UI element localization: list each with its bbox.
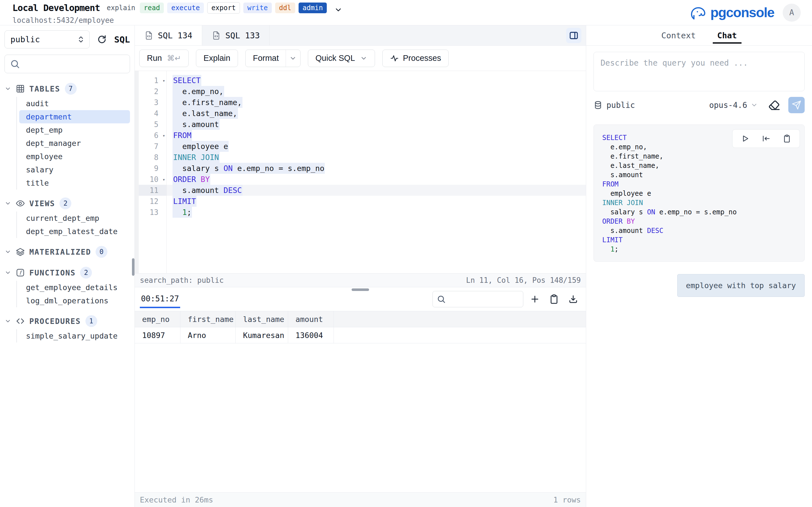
column-header-first_name[interactable]: first_name	[181, 311, 236, 327]
sidebar-item-dept_manager[interactable]: dept_manager	[19, 136, 130, 150]
schema-select[interactable]: public	[4, 31, 90, 48]
section-header-views[interactable]: VIEWS2	[4, 196, 130, 210]
line-content: salary s ON e.emp_no = s.emp_no	[166, 164, 586, 173]
assistant-sql-line-13: 1;	[602, 245, 796, 254]
clear-chat-button[interactable]	[767, 98, 781, 112]
line-content: INNER JOIN	[166, 153, 586, 162]
section-header-procedures[interactable]: PROCEDURES1	[4, 314, 130, 328]
insert-into-editor-icon[interactable]	[762, 134, 770, 143]
chevron-down-icon[interactable]	[334, 6, 343, 14]
avatar[interactable]: A	[783, 4, 801, 22]
sidebar-item-simple_salary_update[interactable]: simple_salary_update	[19, 329, 130, 342]
column-header-last_name[interactable]: last_name	[236, 311, 288, 327]
results-search-input[interactable]	[449, 295, 519, 303]
model-select[interactable]: opus-4.6	[709, 101, 758, 110]
sidebar-item-department[interactable]: department	[19, 110, 130, 123]
column-header-amount[interactable]: amount	[288, 311, 334, 327]
sidebar-item-audit[interactable]: audit	[19, 97, 130, 110]
chat-prompt-input[interactable]	[594, 52, 805, 91]
fold-arrow-icon[interactable]: ▾	[162, 78, 165, 83]
sidebar-search-input[interactable]	[24, 60, 124, 68]
table-row[interactable]: 10897ArnoKumaresan136004	[135, 327, 586, 343]
sidebar-item-get_employee_details[interactable]: get_employee_details	[19, 281, 130, 294]
copy-sql-icon[interactable]	[783, 134, 791, 143]
download-results-button[interactable]	[566, 291, 581, 307]
assistant-sql-line-12: LIMIT	[602, 235, 796, 245]
section-header-functions[interactable]: fFUNCTIONS2	[4, 266, 130, 280]
add-tab-button[interactable]	[527, 291, 543, 307]
line-content: SELECT	[166, 76, 586, 85]
sidebar-item-dept_emp[interactable]: dept_emp	[19, 123, 130, 136]
processes-label: Processes	[403, 54, 441, 63]
chevron-down-icon	[751, 101, 758, 109]
sidebar-item-salary[interactable]: salary	[19, 163, 130, 176]
execution-time: Executed in 26ms	[140, 496, 213, 504]
search-icon	[437, 295, 446, 304]
refresh-icon[interactable]	[97, 34, 107, 45]
format-button[interactable]: Format	[245, 50, 301, 67]
results-table: emp_nofirst_namelast_nameamount10897Arno…	[135, 311, 586, 343]
format-dropdown[interactable]	[286, 50, 300, 67]
sidebar-item-title[interactable]: title	[19, 176, 130, 189]
column-header-emp_no[interactable]: emp_no	[135, 311, 181, 327]
section-items-views: current_dept_empdept_emp_latest_date	[16, 212, 130, 238]
sql-editor[interactable]: 1▾SELECT2 e.emp_no,3 e.first_name,4 e.la…	[135, 71, 586, 273]
plus-icon	[530, 294, 540, 304]
results-drag-handle[interactable]	[352, 288, 369, 291]
editor-line-10: 10▾ORDER BY	[135, 174, 586, 185]
results-header: 00:51:27	[135, 287, 586, 311]
run-button[interactable]: Run ⌘↵	[139, 50, 189, 67]
sidebar-item-employee[interactable]: employee	[19, 150, 130, 163]
run-sql-icon[interactable]	[741, 134, 749, 143]
line-content: employee e	[166, 142, 586, 151]
tab-sql-133[interactable]: SQL 133	[202, 25, 269, 45]
results-search[interactable]	[433, 291, 523, 307]
table-cell: 136004	[288, 327, 334, 343]
sidebar-item-log_dml_operations[interactable]: log_dml_operations	[19, 294, 130, 307]
section-header-materialized[interactable]: MATERIALIZED0	[4, 245, 130, 259]
chat-schema-chip[interactable]: public	[594, 101, 635, 110]
tab-sql-134[interactable]: SQL 134	[135, 25, 202, 45]
editor-line-12: 12LIMIT	[135, 196, 586, 207]
assistant-sql-message: SELECT e.emp_no, e.first_name, e.last_na…	[594, 124, 805, 262]
processes-button[interactable]: Processes	[382, 50, 449, 67]
section-count-badge: 2	[80, 267, 92, 279]
send-button[interactable]	[788, 97, 805, 113]
line-number: 9	[135, 163, 166, 174]
send-plane-icon	[792, 100, 801, 110]
result-tab-timer[interactable]: 00:51:27	[140, 290, 180, 308]
run-label: Run	[147, 54, 162, 63]
tab-context[interactable]: Context	[661, 25, 696, 45]
line-number: 12	[135, 196, 166, 207]
pgconsole-logo: pgconsole	[690, 4, 774, 21]
copy-results-button[interactable]	[546, 291, 562, 307]
sql-mode-button[interactable]: SQL	[114, 34, 130, 45]
schema-sections: TABLES7auditdepartmentdept_empdept_manag…	[4, 82, 130, 342]
sidebar-search[interactable]	[4, 55, 130, 73]
elephant-logo-icon	[690, 4, 707, 21]
badge-execute: execute	[167, 3, 204, 13]
section-items-procedures: simple_salary_update	[16, 329, 130, 342]
sidebar-item-dept_emp_latest_date[interactable]: dept_emp_latest_date	[19, 225, 130, 238]
quick-sql-button[interactable]: Quick SQL	[308, 50, 375, 67]
chevron-down-icon	[289, 55, 297, 62]
editor-statusbar: search_path: public Ln 11, Col 16, Pos 1…	[135, 273, 586, 287]
tab-chat[interactable]: Chat	[717, 25, 737, 45]
brand-name: pgconsole	[710, 5, 774, 20]
eye-icon	[16, 199, 25, 208]
fold-arrow-icon[interactable]: ▾	[162, 177, 165, 182]
section-header-tables[interactable]: TABLES7	[4, 82, 130, 96]
sidebar-resize-handle[interactable]	[132, 258, 135, 276]
model-select-value: opus-4.6	[709, 101, 747, 110]
fold-arrow-icon[interactable]: ▾	[162, 133, 165, 138]
section-label: FUNCTIONS	[29, 269, 75, 277]
section-items-functions: get_employee_detailslog_dml_operations	[16, 281, 130, 307]
line-number: 3	[135, 97, 166, 108]
search-icon	[10, 59, 20, 69]
editor-line-7: 7 employee e	[135, 141, 586, 152]
sidebar-item-current_dept_emp[interactable]: current_dept_emp	[19, 212, 130, 225]
toggle-right-panel-button[interactable]	[566, 28, 581, 43]
panel-layout-icon	[569, 31, 579, 41]
explain-button[interactable]: Explain	[196, 50, 238, 67]
clipboard-icon	[549, 294, 559, 304]
